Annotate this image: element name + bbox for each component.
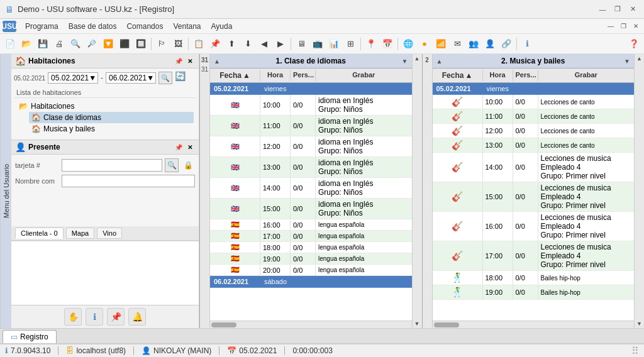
tb-screen[interactable]: 📺 bbox=[310, 36, 325, 52]
minimize-button[interactable]: — bbox=[596, 3, 609, 16]
tb-circle[interactable]: ● bbox=[417, 36, 432, 52]
tb-flag[interactable]: 🏳 bbox=[154, 36, 169, 52]
text-cell: lengua española bbox=[316, 253, 412, 264]
panel1-scroll-up-btn[interactable]: ▲ bbox=[413, 54, 421, 63]
panel2-scroll-track[interactable] bbox=[433, 321, 635, 328]
presente-header: 👤 Presente 📌 ✕ bbox=[11, 140, 199, 155]
info-btn[interactable]: ℹ bbox=[86, 308, 103, 326]
menu-programa[interactable]: Programa bbox=[20, 21, 64, 32]
menu-comandos[interactable]: Comandos bbox=[121, 21, 168, 32]
date-to-input[interactable]: 06.02.2021 ▼ bbox=[106, 72, 156, 84]
tab-registro[interactable]: ▭ Registro bbox=[3, 330, 57, 343]
menu-ventana[interactable]: Ventana bbox=[168, 21, 206, 32]
tb-user2[interactable]: 👤 bbox=[482, 36, 497, 52]
tb-open[interactable]: 📂 bbox=[19, 36, 34, 52]
tb-filter2[interactable]: ⬛ bbox=[117, 36, 132, 52]
tree-clase-idiomas[interactable]: 🏠 Clase de idiomas bbox=[29, 112, 194, 123]
tb-prev[interactable]: ◀ bbox=[257, 36, 272, 52]
tb-filter[interactable]: 🔽 bbox=[101, 36, 116, 52]
tb-up[interactable]: ⬆ bbox=[224, 36, 239, 52]
tb-mail[interactable]: ✉ bbox=[450, 36, 465, 52]
search-date-btn[interactable]: 🔍 bbox=[158, 72, 172, 84]
tree-habitaciones[interactable]: 📂 Habitaciones bbox=[16, 101, 194, 112]
tarjeta-search-btn[interactable]: 🔍 bbox=[165, 158, 179, 172]
status-version: 7.0.9043.10 bbox=[11, 346, 50, 355]
tb-print[interactable]: 🖨 bbox=[52, 36, 67, 52]
left-panel: 🏠 Habitaciones 📌 ✕ 05.02.2021 05.02.2021… bbox=[11, 54, 199, 328]
tb-down[interactable]: ⬇ bbox=[240, 36, 255, 52]
tb-new[interactable]: 📄 bbox=[3, 36, 18, 52]
tb-image[interactable]: 🖼 bbox=[170, 36, 186, 52]
panel1-scroll-down[interactable]: ▼ bbox=[400, 56, 410, 66]
maximize-button[interactable]: ❐ bbox=[611, 3, 624, 16]
tb-grid[interactable]: ⊞ bbox=[343, 36, 358, 52]
tb-globe[interactable]: 🌐 bbox=[401, 36, 416, 52]
col-grabar2: Grabar bbox=[538, 70, 635, 81]
refresh-btn[interactable]: 🔄 bbox=[175, 71, 189, 85]
panel2-scroll-up[interactable]: ▲ bbox=[435, 56, 445, 66]
panel1-date1: 05.02.2021 bbox=[210, 83, 260, 94]
tab-mapa[interactable]: Mapa bbox=[66, 228, 95, 239]
tb-paste[interactable]: 📌 bbox=[208, 36, 223, 52]
presente-pin[interactable]: 📌 bbox=[174, 142, 184, 152]
mdi-maximize[interactable]: ❐ bbox=[618, 21, 629, 31]
hour-cell: 15:00 bbox=[483, 182, 513, 211]
tb-filter3[interactable]: 🔲 bbox=[133, 36, 148, 52]
table-row: 🇬🇧 14:00 0/0 idioma en InglésGrupo: Niño… bbox=[210, 178, 412, 199]
date-from-input[interactable]: 05.02.2021 ▼ bbox=[48, 72, 98, 84]
panel2-scroll-up-btn[interactable]: ▲ bbox=[635, 54, 644, 63]
tb-info[interactable]: ℹ bbox=[519, 36, 535, 52]
panel2-scroll-down[interactable]: ▼ bbox=[622, 56, 632, 66]
hour-cell: 13:00 bbox=[260, 157, 291, 177]
hand-btn[interactable]: ✋ bbox=[64, 308, 82, 326]
mdi-close[interactable]: ✕ bbox=[630, 21, 641, 31]
panel1-scroll-track[interactable] bbox=[210, 321, 412, 328]
panel-pin[interactable]: 📌 bbox=[174, 56, 184, 66]
tb-signal[interactable]: 📶 bbox=[433, 36, 448, 52]
tb-zoom[interactable]: 🔎 bbox=[84, 36, 99, 52]
menu-base-datos[interactable]: Base de datos bbox=[64, 21, 122, 32]
menu-ayuda[interactable]: Ayuda bbox=[206, 21, 238, 32]
tarjeta-input[interactable] bbox=[62, 159, 162, 172]
tree-musica-bailes[interactable]: 🏠 Musica y bailes bbox=[29, 123, 194, 135]
tb-next[interactable]: ▶ bbox=[273, 36, 288, 52]
tb-share[interactable]: 🔗 bbox=[499, 36, 514, 52]
panel1-scroll-up[interactable]: ▲ bbox=[212, 56, 222, 66]
pers-cell: 0/0 bbox=[513, 109, 538, 123]
panel-close[interactable]: ✕ bbox=[185, 56, 195, 66]
icon-cell: 🎸 bbox=[433, 153, 483, 182]
tb-location[interactable]: 📍 bbox=[364, 36, 379, 52]
tb-search[interactable]: 🔍 bbox=[68, 36, 83, 52]
nombre-input[interactable] bbox=[62, 175, 195, 187]
habitaciones-header: 🏠 Habitaciones 📌 ✕ bbox=[11, 54, 199, 69]
pers-cell: 0/0 bbox=[291, 178, 316, 198]
tb-copy[interactable]: 📋 bbox=[191, 36, 206, 52]
col-fecha2[interactable]: Fecha ▲ bbox=[433, 70, 483, 81]
text-cell: idioma en InglésGrupo: Niños bbox=[316, 116, 412, 136]
col-fecha1[interactable]: Fecha ▲ bbox=[210, 70, 260, 81]
tb-monitor[interactable]: 🖥 bbox=[294, 36, 309, 52]
tb-users[interactable]: 👥 bbox=[466, 36, 481, 52]
bell-btn[interactable]: 🔔 bbox=[128, 308, 146, 326]
tab-clientela[interactable]: Clientela - 0 bbox=[15, 228, 64, 239]
panel1-body[interactable]: 05.02.2021 viernes 🇬🇧 10:00 0/0 idioma e… bbox=[210, 83, 412, 321]
list-header: Lista de habitaciones bbox=[14, 87, 196, 98]
title-bar: 🖥 Demo - USU software - USU.kz - [Regist… bbox=[0, 0, 644, 19]
presente-close[interactable]: ✕ bbox=[185, 142, 195, 152]
tb-chart[interactable]: 📊 bbox=[326, 36, 341, 52]
tb-help[interactable]: ❓ bbox=[626, 36, 641, 52]
close-button[interactable]: ✕ bbox=[626, 3, 639, 16]
tb-save[interactable]: 💾 bbox=[35, 36, 50, 52]
text-cell: Bailes hip-hop bbox=[538, 271, 635, 285]
table-row: 🎸 16:00 0/0 Lecciones de musicaEmpleado … bbox=[433, 212, 635, 241]
panel1-scroll-down-btn[interactable]: ▼ bbox=[413, 319, 421, 328]
pin-btn[interactable]: 📌 bbox=[107, 308, 125, 326]
tb-calendar[interactable]: 📅 bbox=[380, 36, 395, 52]
hour-cell: 11:00 bbox=[483, 109, 513, 123]
panel2-body[interactable]: 05.02.2021 viernes 🎸 10:00 0/0 Lecciones… bbox=[433, 83, 635, 321]
tab-vino[interactable]: Vino bbox=[97, 228, 122, 239]
panel2-scroll-down-btn[interactable]: ▼ bbox=[635, 319, 644, 328]
mdi-minimize[interactable]: — bbox=[605, 21, 616, 31]
tarjeta-lock-btn[interactable]: 🔒 bbox=[181, 158, 195, 172]
status-sep1 bbox=[58, 346, 58, 355]
